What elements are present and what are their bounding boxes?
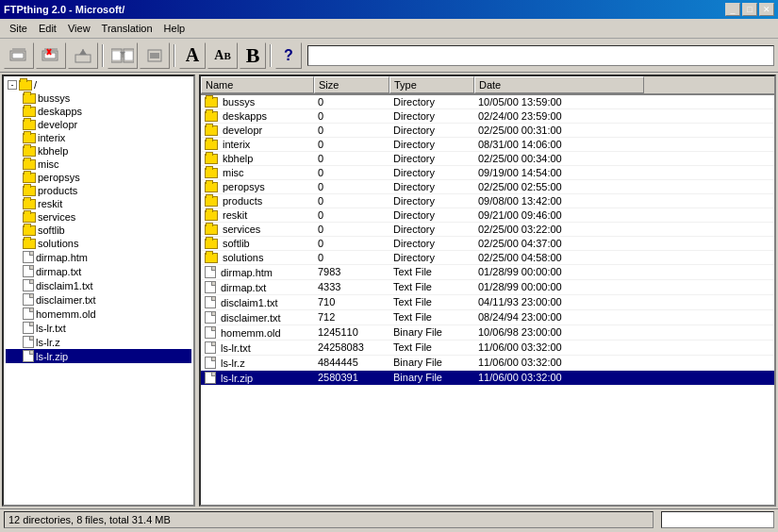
file-icon bbox=[205, 266, 216, 278]
table-row[interactable]: dirmap.htm7983Text File01/28/99 00:00:00 bbox=[201, 265, 774, 280]
file-date: 08/24/94 23:00:00 bbox=[474, 310, 644, 324]
table-row[interactable]: bussys0Directory10/05/00 13:59:00 bbox=[201, 95, 774, 109]
table-row[interactable]: deskapps0Directory02/24/00 23:59:00 bbox=[201, 109, 774, 124]
table-row[interactable]: kbhelp0Directory02/25/00 00:34:00 bbox=[201, 152, 774, 166]
tree-item-label: homemm.old bbox=[36, 308, 96, 320]
table-row[interactable]: solutions0Directory02/25/00 04:58:00 bbox=[201, 251, 774, 265]
tree-item[interactable]: ls-lr.txt bbox=[6, 321, 191, 335]
main-content: - / bussysdeskappsdeveloprinterixkbhelpm… bbox=[0, 73, 778, 508]
file-list-panel[interactable]: Name Size Type Date bussys0Directory10/0… bbox=[199, 75, 776, 507]
file-list-header: Name Size Type Date bbox=[201, 76, 774, 95]
menu-view[interactable]: View bbox=[62, 21, 96, 36]
file-icon bbox=[205, 357, 216, 369]
table-row[interactable]: disclaimer.txt712Text File08/24/94 23:00… bbox=[201, 310, 774, 325]
file-name-cell: misc bbox=[201, 166, 314, 179]
file-icon bbox=[23, 322, 34, 334]
menu-edit[interactable]: Edit bbox=[33, 21, 62, 36]
status-scrollbar[interactable] bbox=[661, 511, 774, 528]
file-size: 0 bbox=[314, 251, 389, 264]
status-bar: 12 directories, 8 files, total 31.4 MB bbox=[0, 508, 778, 529]
tree-root-item[interactable]: - / bbox=[6, 78, 191, 91]
table-row[interactable]: homemm.old1245110Binary File10/06/98 23:… bbox=[201, 325, 774, 341]
tree-expand-icon[interactable]: - bbox=[8, 80, 17, 90]
tree-item[interactable]: ls-lr.z bbox=[6, 335, 191, 349]
tree-item[interactable]: ls-lr.zip bbox=[6, 349, 191, 363]
tree-item[interactable]: interix bbox=[6, 131, 191, 144]
table-row[interactable]: ls-lr.zip2580391Binary File11/06/00 03:3… bbox=[201, 371, 774, 386]
tree-item[interactable]: services bbox=[6, 210, 191, 224]
table-row[interactable]: softlib0Directory02/25/00 04:37:00 bbox=[201, 237, 774, 251]
connect-button[interactable] bbox=[4, 42, 34, 69]
address-bar[interactable] bbox=[307, 45, 774, 66]
font-a-button[interactable]: A bbox=[179, 42, 206, 69]
file-name-cell: dirmap.txt bbox=[201, 280, 314, 294]
tree-item[interactable]: homemm.old bbox=[6, 307, 191, 321]
table-row[interactable]: reskit0Directory09/21/00 09:46:00 bbox=[201, 208, 774, 223]
tree-item[interactable]: disclaimer.txt bbox=[6, 292, 191, 307]
file-date: 10/06/98 23:00:00 bbox=[474, 325, 644, 340]
close-button[interactable]: ✕ bbox=[759, 3, 774, 16]
file-icon bbox=[23, 336, 34, 348]
file-name: misc bbox=[223, 167, 244, 178]
tree-item[interactable]: softlib bbox=[6, 224, 191, 237]
font-ab-button[interactable]: AB bbox=[207, 42, 238, 69]
minimize-button[interactable]: _ bbox=[725, 3, 740, 16]
table-row[interactable]: ls-lr.z4844445Binary File11/06/00 03:32:… bbox=[201, 356, 774, 371]
tree-panel[interactable]: - / bussysdeskappsdeveloprinterixkbhelpm… bbox=[2, 75, 195, 507]
tree-item[interactable]: products bbox=[6, 184, 191, 197]
file-name: dirmap.txt bbox=[221, 282, 266, 293]
tree-root-label: / bbox=[34, 79, 37, 91]
maximize-button[interactable]: □ bbox=[742, 3, 757, 16]
table-row[interactable]: dirmap.txt4333Text File01/28/99 00:00:00 bbox=[201, 280, 774, 295]
table-row[interactable]: services0Directory02/25/00 03:22:00 bbox=[201, 223, 774, 237]
download-button[interactable] bbox=[108, 42, 138, 69]
col-header-type[interactable]: Type bbox=[389, 76, 474, 93]
file-name: ls-lr.z bbox=[221, 357, 245, 369]
menu-help[interactable]: Help bbox=[158, 21, 191, 36]
table-row[interactable]: peropsys0Directory02/25/00 02:55:00 bbox=[201, 180, 774, 194]
svg-rect-8 bbox=[75, 55, 91, 62]
tree-item[interactable]: disclaim1.txt bbox=[6, 278, 191, 292]
col-header-size[interactable]: Size bbox=[314, 76, 389, 93]
tree-item-label: misc bbox=[38, 158, 59, 170]
tree-item[interactable]: dirmap.htm bbox=[6, 250, 191, 264]
tree-item[interactable]: peropsys bbox=[6, 171, 191, 184]
file-type: Text File bbox=[389, 295, 474, 309]
file-date: 01/28/99 00:00:00 bbox=[474, 280, 644, 294]
table-row[interactable]: ls-lr.txt24258083Text File11/06/00 03:32… bbox=[201, 341, 774, 356]
tree-item[interactable]: misc bbox=[6, 158, 191, 171]
toolbar: A AB B ? bbox=[0, 39, 778, 73]
file-date: 02/25/00 00:31:00 bbox=[474, 124, 644, 137]
table-row[interactable]: developr0Directory02/25/00 00:31:00 bbox=[201, 124, 774, 138]
table-row[interactable]: misc0Directory09/19/00 14:54:00 bbox=[201, 166, 774, 180]
file-type: Text File bbox=[389, 310, 474, 324]
menu-site[interactable]: Site bbox=[4, 21, 33, 36]
table-row[interactable]: interix0Directory08/31/00 14:06:00 bbox=[201, 138, 774, 152]
col-header-name[interactable]: Name bbox=[201, 76, 314, 93]
toolbar-separator-3 bbox=[270, 44, 272, 67]
tree-item[interactable]: deskapps bbox=[6, 105, 191, 118]
file-size: 0 bbox=[314, 152, 389, 165]
folder-icon bbox=[23, 159, 36, 170]
window-controls: _ □ ✕ bbox=[725, 3, 774, 16]
tree-item[interactable]: developr bbox=[6, 118, 191, 131]
stop-button[interactable] bbox=[140, 42, 170, 69]
tree-item[interactable]: dirmap.txt bbox=[6, 264, 191, 278]
file-name: interix bbox=[223, 139, 250, 150]
tree-item[interactable]: reskit bbox=[6, 197, 191, 210]
table-row[interactable]: products0Directory09/08/00 13:42:00 bbox=[201, 194, 774, 208]
disconnect-button[interactable] bbox=[36, 42, 66, 69]
upload-button[interactable] bbox=[68, 42, 98, 69]
col-header-date[interactable]: Date bbox=[474, 76, 644, 93]
folder-icon bbox=[23, 239, 36, 249]
menu-translation[interactable]: Translation bbox=[96, 21, 158, 36]
tree-item[interactable]: solutions bbox=[6, 237, 191, 250]
font-b-button[interactable]: B bbox=[240, 42, 266, 69]
file-name: bussys bbox=[223, 96, 255, 108]
table-row[interactable]: disclaim1.txt710Text File04/11/93 23:00:… bbox=[201, 295, 774, 310]
file-name-cell: developr bbox=[201, 124, 314, 137]
tree-item[interactable]: kbhelp bbox=[6, 144, 191, 158]
help-button[interactable]: ? bbox=[275, 42, 302, 69]
folder-icon bbox=[23, 225, 36, 236]
tree-item[interactable]: bussys bbox=[6, 91, 191, 105]
